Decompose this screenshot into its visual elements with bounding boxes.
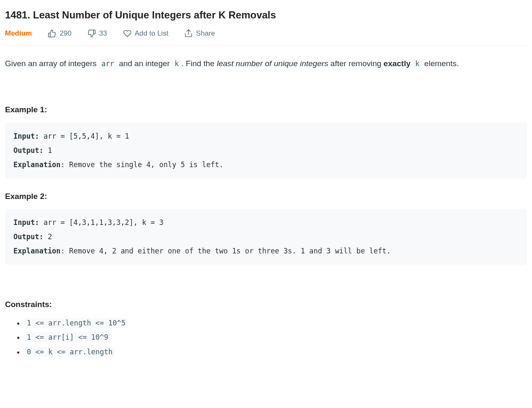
dislike-count: 33 bbox=[99, 29, 107, 38]
share-icon bbox=[184, 29, 193, 38]
constraints-list: 1 <= arr.length <= 10^5 1 <= arr[i] <= 1… bbox=[5, 317, 527, 358]
inline-code: k bbox=[413, 59, 422, 69]
constraint-item: 0 <= k <= arr.length bbox=[24, 346, 527, 358]
problem-title: 1481. Least Number of Unique Integers af… bbox=[5, 9, 527, 21]
constraint-item: 1 <= arr.length <= 10^5 bbox=[24, 317, 527, 329]
constraints-heading: Constraints: bbox=[5, 298, 527, 311]
share-label: Share bbox=[196, 29, 215, 38]
add-to-list-label: Add to List bbox=[135, 29, 168, 38]
constraint-item: 1 <= arr[i] <= 10^9 bbox=[24, 331, 527, 343]
meta-row: Medium 290 33 Add to List Share bbox=[5, 29, 527, 46]
share-button[interactable]: Share bbox=[184, 29, 215, 38]
inline-code: arr bbox=[99, 59, 117, 69]
example-block: Input: arr = [4,3,1,1,3,3,2], k = 3 Outp… bbox=[5, 209, 527, 265]
description-paragraph: Given an array of integers arr and an in… bbox=[5, 57, 527, 70]
thumbs-up-icon bbox=[48, 29, 56, 38]
add-to-list-button[interactable]: Add to List bbox=[123, 29, 168, 38]
difficulty-badge: Medium bbox=[5, 29, 32, 38]
like-count: 290 bbox=[59, 29, 71, 38]
example-heading: Example 2: bbox=[5, 190, 527, 203]
thumbs-down-icon bbox=[88, 29, 96, 38]
example-block: Input: arr = [5,5,4], k = 1 Output: 1 Ex… bbox=[5, 122, 527, 178]
heart-icon bbox=[123, 29, 132, 38]
like-button[interactable]: 290 bbox=[48, 29, 71, 38]
problem-description: Given an array of integers arr and an in… bbox=[5, 46, 527, 358]
inline-code: k bbox=[172, 59, 181, 69]
dislike-button[interactable]: 33 bbox=[88, 29, 107, 38]
example-heading: Example 1: bbox=[5, 103, 527, 116]
